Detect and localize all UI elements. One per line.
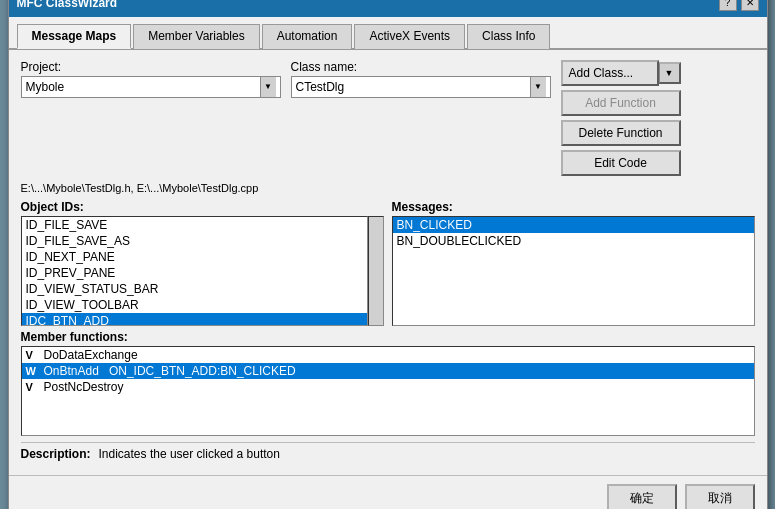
object-ids-scrollbar[interactable] — [368, 216, 384, 326]
list-item[interactable]: BN_DOUBLECLICKED — [393, 233, 754, 249]
ok-button[interactable]: 确定 — [607, 484, 677, 510]
tabs-bar: Message Maps Member Variables Automation… — [9, 17, 767, 50]
member-row[interactable]: V DoDataExchange — [22, 347, 754, 363]
object-ids-label: Object IDs: — [21, 200, 384, 214]
tab-class-info[interactable]: Class Info — [467, 24, 550, 49]
right-buttons: Add Class... ▼ Add Function Delete Funct… — [561, 60, 681, 176]
list-item[interactable]: ID_FILE_SAVE — [22, 217, 367, 233]
object-ids-list-wrapper: ID_FILE_SAVE ID_FILE_SAVE_AS ID_NEXT_PAN… — [21, 216, 384, 326]
tab-automation[interactable]: Automation — [262, 24, 353, 49]
member-prefix: W — [26, 365, 44, 377]
list-item[interactable]: ID_VIEW_TOOLBAR — [22, 297, 367, 313]
member-row[interactable]: W OnBtnAdd ON_IDC_BTN_ADD:BN_CLICKED — [22, 363, 754, 379]
object-ids-list[interactable]: ID_FILE_SAVE ID_FILE_SAVE_AS ID_NEXT_PAN… — [21, 216, 368, 326]
close-button[interactable]: ✕ — [741, 0, 759, 11]
description-label: Description: — [21, 447, 91, 461]
messages-label: Messages: — [392, 200, 755, 214]
member-functions-container: Member functions: V DoDataExchange W OnB… — [21, 330, 755, 436]
classname-combo-arrow[interactable]: ▼ — [530, 77, 546, 97]
tab-message-maps[interactable]: Message Maps — [17, 24, 132, 49]
member-row[interactable]: V PostNcDestroy — [22, 379, 754, 395]
member-name: DoDataExchange — [44, 348, 138, 362]
object-ids-container: Object IDs: ID_FILE_SAVE ID_FILE_SAVE_AS… — [21, 200, 384, 326]
edit-code-button[interactable]: Edit Code — [561, 150, 681, 176]
messages-container: Messages: BN_CLICKED BN_DOUBLECLICKED — [392, 200, 755, 326]
member-prefix: V — [26, 349, 44, 361]
member-name: PostNcDestroy — [44, 380, 124, 394]
mfc-classwizard-dialog: MFC ClassWizard ? ✕ Message Maps Member … — [8, 0, 768, 509]
list-item[interactable]: ID_NEXT_PANE — [22, 249, 367, 265]
footer: 确定 取消 — [9, 475, 767, 510]
member-mapping: ON_IDC_BTN_ADD:BN_CLICKED — [109, 364, 296, 378]
list-item[interactable]: ID_PREV_PANE — [22, 265, 367, 281]
dialog-title: MFC ClassWizard — [17, 0, 118, 10]
list-item[interactable]: BN_CLICKED — [393, 217, 754, 233]
description-text: Indicates the user clicked a button — [99, 447, 280, 461]
file-path: E:\...\Mybole\TestDlg.h, E:\...\Mybole\T… — [21, 182, 755, 194]
add-class-dropdown-arrow[interactable]: ▼ — [659, 62, 681, 84]
cancel-button[interactable]: 取消 — [685, 484, 755, 510]
tab-activex-events[interactable]: ActiveX Events — [354, 24, 465, 49]
messages-list[interactable]: BN_CLICKED BN_DOUBLECLICKED — [392, 216, 755, 326]
add-class-button[interactable]: Add Class... — [561, 60, 659, 86]
classname-field-group: Class name: CTestDlg ▼ — [291, 60, 551, 98]
lists-row: Object IDs: ID_FILE_SAVE ID_FILE_SAVE_AS… — [21, 200, 755, 326]
add-function-button[interactable]: Add Function — [561, 90, 681, 116]
project-combo-arrow[interactable]: ▼ — [260, 77, 276, 97]
list-item[interactable]: IDC_BTN_ADD — [22, 313, 367, 326]
project-field-group: Project: Mybole ▼ — [21, 60, 281, 98]
dialog-content: Project: Mybole ▼ Class name: CTestDlg ▼… — [9, 50, 767, 475]
member-functions-label: Member functions: — [21, 330, 755, 344]
classname-label: Class name: — [291, 60, 551, 74]
description-row: Description: Indicates the user clicked … — [21, 442, 755, 465]
classname-combo[interactable]: CTestDlg ▼ — [291, 76, 551, 98]
member-functions-list[interactable]: V DoDataExchange W OnBtnAdd ON_IDC_BTN_A… — [21, 346, 755, 436]
title-bar: MFC ClassWizard ? ✕ — [9, 0, 767, 17]
delete-function-button[interactable]: Delete Function — [561, 120, 681, 146]
tab-member-variables[interactable]: Member Variables — [133, 24, 259, 49]
list-item[interactable]: ID_FILE_SAVE_AS — [22, 233, 367, 249]
project-value: Mybole — [26, 80, 65, 94]
add-class-group: Add Class... ▼ — [561, 60, 681, 86]
project-combo[interactable]: Mybole ▼ — [21, 76, 281, 98]
title-controls: ? ✕ — [719, 0, 759, 11]
member-prefix: V — [26, 381, 44, 393]
project-classname-row: Project: Mybole ▼ Class name: CTestDlg ▼… — [21, 60, 755, 176]
classname-value: CTestDlg — [296, 80, 345, 94]
member-name: OnBtnAdd — [44, 364, 99, 378]
help-button[interactable]: ? — [719, 0, 737, 11]
list-item[interactable]: ID_VIEW_STATUS_BAR — [22, 281, 367, 297]
project-label: Project: — [21, 60, 281, 74]
